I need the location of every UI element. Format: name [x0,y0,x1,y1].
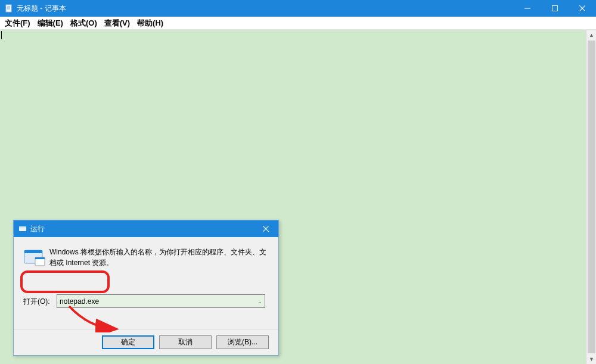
open-combobox: ⌄ [57,294,265,308]
notepad-title: 无标题 - 记事本 [17,4,66,14]
svg-rect-5 [552,6,558,11]
svg-rect-0 [6,5,11,12]
close-button[interactable] [569,0,596,17]
svg-rect-9 [19,226,26,228]
vertical-scrollbar[interactable]: ▲ ▼ [586,30,596,364]
run-dialog-button-bar: 确定 取消 浏览(B)... [14,329,278,355]
svg-rect-15 [35,257,45,259]
browse-button[interactable]: 浏览(B)... [216,335,269,349]
run-program-icon [23,248,46,267]
run-dialog: 运行 Windows 将根据你所输入的名称，为你打开相应的程序、文件夹、文档或 … [13,220,279,356]
text-caret [1,31,2,39]
svg-rect-13 [24,250,42,253]
open-label: 打开(O): [23,297,50,307]
notepad-titlebar: 无标题 - 记事本 [0,0,596,17]
menu-help[interactable]: 帮助(H) [134,18,167,29]
notepad-window-controls [514,0,596,17]
scroll-thumb[interactable] [588,41,595,353]
menu-format[interactable]: 格式(O) [67,18,101,29]
maximize-button[interactable] [541,0,569,17]
run-dialog-description: Windows 将根据你所输入的名称，为你打开相应的程序、文件夹、文档或 Int… [49,247,269,268]
run-dialog-title: 运行 [30,224,253,234]
notepad-icon [5,4,13,13]
menu-view[interactable]: 查看(V) [101,18,134,29]
ok-button[interactable]: 确定 [102,335,154,349]
menu-edit[interactable]: 编辑(E) [34,18,67,29]
menu-file[interactable]: 文件(F) [1,18,34,29]
run-dialog-titlebar: 运行 [14,220,278,237]
notepad-menubar: 文件(F) 编辑(E) 格式(O) 查看(V) 帮助(H) [0,17,596,30]
run-dialog-icon [18,225,27,233]
cancel-button[interactable]: 取消 [159,335,212,349]
scroll-up-button[interactable]: ▲ [586,30,596,40]
scroll-down-button[interactable]: ▼ [586,354,596,364]
open-input[interactable] [57,294,265,308]
minimize-button[interactable] [514,0,541,17]
open-dropdown-button[interactable]: ⌄ [254,295,265,307]
run-dialog-body: Windows 将根据你所输入的名称，为你打开相应的程序、文件夹、文档或 Int… [14,237,278,355]
run-dialog-close-button[interactable] [253,220,278,237]
